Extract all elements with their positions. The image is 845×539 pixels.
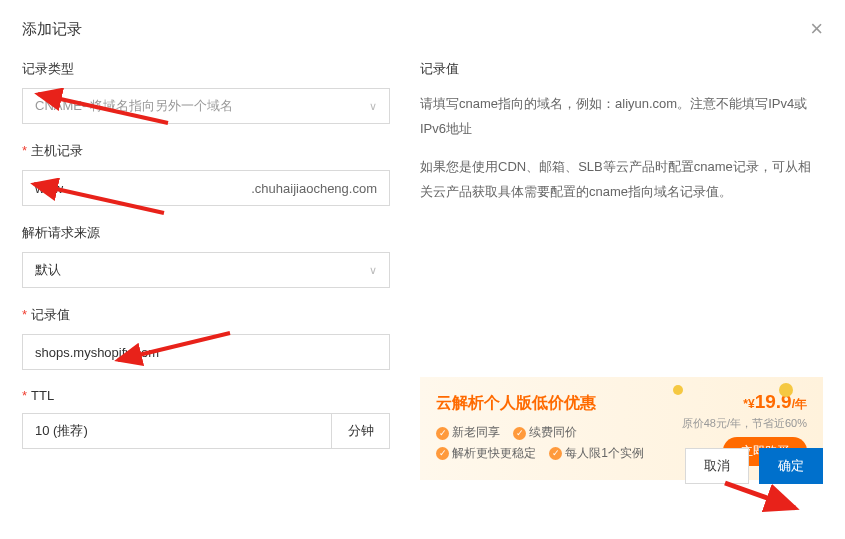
request-source-value: 默认 [35, 261, 61, 279]
promo-feature: ✓每人限1个实例 [549, 443, 644, 463]
add-record-dialog: 添加记录 × 记录类型 CNAME- 将域名指向另外一个域名 ∨ 主机记录 .c… [0, 0, 845, 498]
record-value-label: 记录值 [22, 306, 390, 324]
promo-subtext: 原价48元/年，节省近60% [682, 416, 807, 431]
host-record-input-wrap[interactable]: .chuhaijiaocheng.com [22, 170, 390, 206]
record-type-label: 记录类型 [22, 60, 390, 78]
host-record-label: 主机记录 [22, 142, 390, 160]
record-type-value: CNAME- 将域名指向另外一个域名 [35, 97, 233, 115]
dialog-content: 记录类型 CNAME- 将域名指向另外一个域名 ∨ 主机记录 .chuhaiji… [22, 60, 823, 480]
check-icon: ✓ [549, 447, 562, 460]
promo-feature: ✓续费同价 [513, 422, 577, 442]
promo-feature: ✓新老同享 [436, 422, 500, 442]
chevron-down-icon: ∨ [369, 100, 377, 113]
check-icon: ✓ [436, 447, 449, 460]
dialog-header: 添加记录 × [22, 18, 823, 40]
promo-features: ✓新老同享 ✓续费同价 ✓解析更快更稳定 ✓每人限1个实例 [436, 422, 682, 463]
decoration-circle [779, 383, 793, 397]
record-type-select[interactable]: CNAME- 将域名指向另外一个域名 ∨ [22, 88, 390, 124]
help-desc-1: 请填写cname指向的域名，例如：aliyun.com。注意不能填写IPv4或I… [420, 92, 823, 141]
record-value-input[interactable]: shops.myshopify.com [22, 334, 390, 370]
request-source-select[interactable]: 默认 ∨ [22, 252, 390, 288]
help-title: 记录值 [420, 60, 823, 78]
dialog-title: 添加记录 [22, 20, 82, 39]
confirm-button[interactable]: 确定 [759, 448, 823, 484]
ttl-value: 10 (推荐) [35, 422, 88, 440]
help-column: 记录值 请填写cname指向的域名，例如：aliyun.com。注意不能填写IP… [414, 60, 823, 480]
field-host-record: 主机记录 .chuhaijiaocheng.com [22, 142, 390, 206]
field-request-source: 解析请求来源 默认 ∨ [22, 224, 390, 288]
close-icon[interactable]: × [810, 18, 823, 40]
help-desc-2: 如果您是使用CDN、邮箱、SLB等云产品时配置cname记录，可从相关云产品获取… [420, 155, 823, 204]
check-icon: ✓ [513, 427, 526, 440]
field-ttl: TTL 10 (推荐) 分钟 [22, 388, 390, 449]
chevron-down-icon: ∨ [369, 264, 377, 277]
decoration-circle [673, 385, 683, 395]
promo-title: 云解析个人版低价优惠 [436, 393, 682, 414]
cancel-button[interactable]: 取消 [685, 448, 749, 484]
record-value-text: shops.myshopify.com [35, 345, 159, 360]
host-record-input[interactable] [35, 181, 251, 196]
field-record-type: 记录类型 CNAME- 将域名指向另外一个域名 ∨ [22, 60, 390, 124]
check-icon: ✓ [436, 427, 449, 440]
field-record-value: 记录值 shops.myshopify.com [22, 306, 390, 370]
domain-suffix: .chuhaijiaocheng.com [251, 181, 377, 196]
promo-left: 云解析个人版低价优惠 ✓新老同享 ✓续费同价 ✓解析更快更稳定 ✓每人限1个实例 [436, 393, 682, 463]
ttl-unit-value: 分钟 [348, 422, 374, 440]
request-source-label: 解析请求来源 [22, 224, 390, 242]
ttl-row: 10 (推荐) 分钟 [22, 413, 390, 449]
dialog-footer: 取消 确定 [685, 448, 823, 484]
form-column: 记录类型 CNAME- 将域名指向另外一个域名 ∨ 主机记录 .chuhaiji… [22, 60, 390, 480]
ttl-select[interactable]: 10 (推荐) [22, 413, 332, 449]
promo-feature: ✓解析更快更稳定 [436, 443, 536, 463]
ttl-label: TTL [22, 388, 390, 403]
ttl-unit-select[interactable]: 分钟 [332, 413, 390, 449]
